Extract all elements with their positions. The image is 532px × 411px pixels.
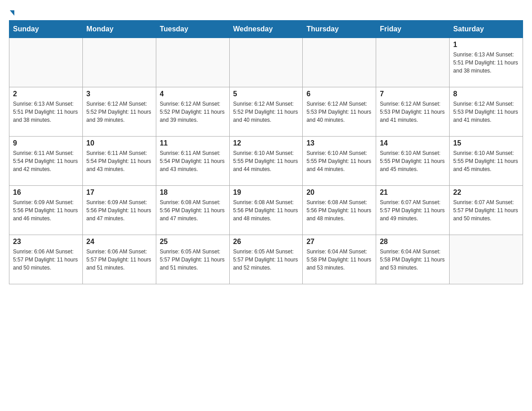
calendar-table: SundayMondayTuesdayWednesdayThursdayFrid… (9, 20, 523, 284)
day-number: 14 (380, 139, 446, 147)
calendar-cell: 1Sunrise: 6:13 AM Sunset: 5:51 PM Daylig… (450, 38, 523, 87)
day-info: Sunrise: 6:05 AM Sunset: 5:57 PM Dayligh… (233, 248, 299, 272)
day-info: Sunrise: 6:08 AM Sunset: 5:56 PM Dayligh… (306, 198, 372, 223)
day-info: Sunrise: 6:12 AM Sunset: 5:52 PM Dayligh… (160, 100, 226, 124)
day-number: 21 (380, 188, 446, 197)
day-info: Sunrise: 6:11 AM Sunset: 5:54 PM Dayligh… (86, 149, 152, 173)
day-number: 5 (233, 90, 299, 98)
day-number: 19 (233, 188, 299, 197)
weekday-header-sunday: Sunday (9, 21, 83, 38)
calendar-cell: 8Sunrise: 6:12 AM Sunset: 5:53 PM Daylig… (450, 87, 523, 137)
day-info: Sunrise: 6:13 AM Sunset: 5:51 PM Dayligh… (13, 100, 79, 124)
calendar-cell: 2Sunrise: 6:13 AM Sunset: 5:51 PM Daylig… (9, 87, 83, 137)
calendar-cell: 13Sunrise: 6:10 AM Sunset: 5:55 PM Dayli… (303, 137, 376, 186)
weekday-header-row: SundayMondayTuesdayWednesdayThursdayFrid… (9, 21, 523, 38)
day-info: Sunrise: 6:11 AM Sunset: 5:54 PM Dayligh… (13, 149, 79, 173)
day-info: Sunrise: 6:08 AM Sunset: 5:56 PM Dayligh… (160, 198, 226, 223)
calendar-week-row: 23Sunrise: 6:06 AM Sunset: 5:57 PM Dayli… (9, 235, 523, 284)
day-info: Sunrise: 6:10 AM Sunset: 5:55 PM Dayligh… (306, 149, 372, 173)
calendar-cell: 18Sunrise: 6:08 AM Sunset: 5:56 PM Dayli… (156, 186, 229, 235)
page-header (9, 9, 523, 16)
calendar-cell: 25Sunrise: 6:05 AM Sunset: 5:57 PM Dayli… (156, 235, 229, 284)
day-info: Sunrise: 6:12 AM Sunset: 5:52 PM Dayligh… (86, 100, 152, 124)
weekday-header-tuesday: Tuesday (156, 21, 229, 38)
day-number: 7 (380, 90, 446, 98)
calendar-cell: 3Sunrise: 6:12 AM Sunset: 5:52 PM Daylig… (82, 87, 156, 137)
day-number: 11 (160, 139, 226, 147)
calendar-cell: 4Sunrise: 6:12 AM Sunset: 5:52 PM Daylig… (156, 87, 229, 137)
weekday-header-wednesday: Wednesday (229, 21, 303, 38)
day-number: 10 (86, 139, 152, 147)
calendar-cell (450, 235, 523, 284)
day-number: 13 (306, 139, 372, 147)
day-number: 28 (380, 238, 446, 246)
day-info: Sunrise: 6:12 AM Sunset: 5:53 PM Dayligh… (380, 100, 446, 124)
calendar-cell: 26Sunrise: 6:05 AM Sunset: 5:57 PM Dayli… (229, 235, 303, 284)
calendar-body: 1Sunrise: 6:13 AM Sunset: 5:51 PM Daylig… (9, 38, 523, 284)
calendar-cell: 20Sunrise: 6:08 AM Sunset: 5:56 PM Dayli… (303, 186, 376, 235)
day-info: Sunrise: 6:12 AM Sunset: 5:53 PM Dayligh… (306, 100, 372, 124)
day-number: 15 (453, 139, 519, 147)
day-number: 18 (160, 188, 226, 197)
day-number: 1 (453, 41, 519, 49)
day-number: 8 (453, 90, 519, 98)
calendar-cell: 9Sunrise: 6:11 AM Sunset: 5:54 PM Daylig… (9, 137, 83, 186)
calendar-cell: 28Sunrise: 6:04 AM Sunset: 5:58 PM Dayli… (376, 235, 450, 284)
day-number: 9 (13, 139, 79, 147)
calendar-cell (9, 38, 83, 87)
day-number: 3 (86, 90, 152, 98)
calendar-cell: 11Sunrise: 6:11 AM Sunset: 5:54 PM Dayli… (156, 137, 229, 186)
calendar-cell: 19Sunrise: 6:08 AM Sunset: 5:56 PM Dayli… (229, 186, 303, 235)
weekday-header-friday: Friday (376, 21, 450, 38)
calendar-cell: 22Sunrise: 6:07 AM Sunset: 5:57 PM Dayli… (450, 186, 523, 235)
day-info: Sunrise: 6:12 AM Sunset: 5:53 PM Dayligh… (453, 100, 519, 124)
day-info: Sunrise: 6:10 AM Sunset: 5:55 PM Dayligh… (233, 149, 299, 173)
calendar-cell: 12Sunrise: 6:10 AM Sunset: 5:55 PM Dayli… (229, 137, 303, 186)
day-number: 2 (13, 90, 79, 98)
calendar-cell (229, 38, 303, 87)
calendar-cell: 10Sunrise: 6:11 AM Sunset: 5:54 PM Dayli… (82, 137, 156, 186)
calendar-week-row: 2Sunrise: 6:13 AM Sunset: 5:51 PM Daylig… (9, 87, 523, 137)
day-number: 6 (306, 90, 372, 98)
day-info: Sunrise: 6:11 AM Sunset: 5:54 PM Dayligh… (160, 149, 226, 173)
calendar-cell: 17Sunrise: 6:09 AM Sunset: 5:56 PM Dayli… (82, 186, 156, 235)
day-info: Sunrise: 6:04 AM Sunset: 5:58 PM Dayligh… (306, 248, 372, 272)
day-number: 22 (453, 188, 519, 197)
day-info: Sunrise: 6:05 AM Sunset: 5:57 PM Dayligh… (160, 248, 226, 272)
logo (9, 9, 14, 16)
day-info: Sunrise: 6:13 AM Sunset: 5:51 PM Dayligh… (453, 51, 519, 75)
day-number: 16 (13, 188, 79, 197)
day-number: 12 (233, 139, 299, 147)
calendar-cell (303, 38, 376, 87)
calendar-cell: 14Sunrise: 6:10 AM Sunset: 5:55 PM Dayli… (376, 137, 450, 186)
calendar-header: SundayMondayTuesdayWednesdayThursdayFrid… (9, 21, 523, 38)
day-info: Sunrise: 6:10 AM Sunset: 5:55 PM Dayligh… (453, 149, 519, 173)
day-number: 4 (160, 90, 226, 98)
day-number: 20 (306, 188, 372, 197)
calendar-cell: 24Sunrise: 6:06 AM Sunset: 5:57 PM Dayli… (82, 235, 156, 284)
calendar-week-row: 9Sunrise: 6:11 AM Sunset: 5:54 PM Daylig… (9, 137, 523, 186)
calendar-cell (376, 38, 450, 87)
calendar-cell: 16Sunrise: 6:09 AM Sunset: 5:56 PM Dayli… (9, 186, 83, 235)
day-info: Sunrise: 6:04 AM Sunset: 5:58 PM Dayligh… (380, 248, 446, 272)
calendar-cell (82, 38, 156, 87)
day-info: Sunrise: 6:10 AM Sunset: 5:55 PM Dayligh… (380, 149, 446, 173)
calendar-cell: 23Sunrise: 6:06 AM Sunset: 5:57 PM Dayli… (9, 235, 83, 284)
calendar-week-row: 1Sunrise: 6:13 AM Sunset: 5:51 PM Daylig… (9, 38, 523, 87)
calendar-cell: 6Sunrise: 6:12 AM Sunset: 5:53 PM Daylig… (303, 87, 376, 137)
day-info: Sunrise: 6:07 AM Sunset: 5:57 PM Dayligh… (380, 198, 446, 223)
day-number: 17 (86, 188, 152, 197)
calendar-cell: 21Sunrise: 6:07 AM Sunset: 5:57 PM Dayli… (376, 186, 450, 235)
day-info: Sunrise: 6:08 AM Sunset: 5:56 PM Dayligh… (233, 198, 299, 223)
weekday-header-saturday: Saturday (450, 21, 523, 38)
calendar-week-row: 16Sunrise: 6:09 AM Sunset: 5:56 PM Dayli… (9, 186, 523, 235)
day-number: 25 (160, 238, 226, 246)
day-info: Sunrise: 6:06 AM Sunset: 5:57 PM Dayligh… (13, 248, 79, 272)
day-info: Sunrise: 6:07 AM Sunset: 5:57 PM Dayligh… (453, 198, 519, 223)
day-info: Sunrise: 6:09 AM Sunset: 5:56 PM Dayligh… (13, 198, 79, 223)
logo-arrow-icon (10, 10, 14, 16)
calendar-cell: 27Sunrise: 6:04 AM Sunset: 5:58 PM Dayli… (303, 235, 376, 284)
day-number: 23 (13, 238, 79, 246)
calendar-cell: 5Sunrise: 6:12 AM Sunset: 5:52 PM Daylig… (229, 87, 303, 137)
day-number: 26 (233, 238, 299, 246)
